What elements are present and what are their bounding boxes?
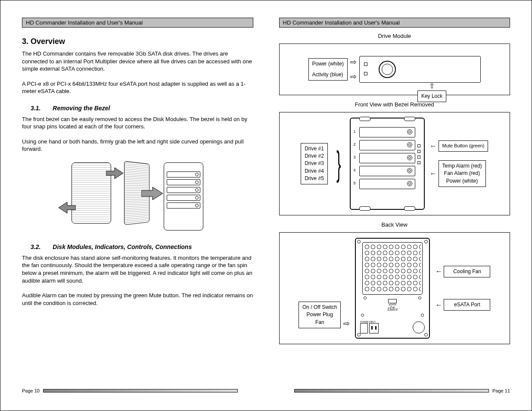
fan-label: Fan	[302, 319, 337, 326]
heading-32: 3.2. Disk Modules, Indicators, Controls,…	[31, 243, 253, 250]
arrow-icon: ←	[435, 301, 442, 309]
svg-marker-0	[59, 202, 76, 213]
page-number-right: Page 11	[492, 388, 510, 393]
alarm-labels: Temp Alarm (red) Fan Alarm (red) Power (…	[439, 160, 486, 187]
device-front-icon	[72, 162, 111, 224]
footer-bar-icon	[43, 389, 238, 392]
two-page-spread: HD Commander Installation and User's Man…	[0, 0, 532, 411]
arrow-icon: ⇨	[350, 57, 357, 67]
bracket-icon: }	[336, 153, 341, 174]
back-view-diagram: On / Off Switch Power Plug Fan ⇨ eSATA P…	[279, 232, 510, 344]
fan-alarm-label: Fan Alarm (red)	[442, 170, 482, 177]
led-stack-icon	[417, 144, 420, 164]
caution-icon	[413, 321, 425, 333]
fan-grille-icon	[362, 242, 423, 295]
front-view-title: Front View with Bezel Removed	[279, 101, 510, 108]
drive-list-label: Drive #1 Drive #2 Drive #3 Drive #4 Driv…	[301, 143, 328, 185]
heading-31: 3.1. Removing the Bezel	[31, 105, 253, 112]
header-bar-right: HD Commander Installation and User's Man…	[279, 18, 510, 28]
drive-module-title: Drive Module	[279, 33, 510, 39]
para-31a: The front bezel can be easily removed to…	[22, 115, 253, 131]
drive-3-label: Drive #3	[305, 160, 324, 167]
drive-slot-icon: ⇧ Key Lock	[359, 56, 481, 83]
keylock-icon	[379, 61, 396, 78]
enclosure-back-icon: eSATA Port Dulce POWER INPUT	[355, 238, 430, 339]
arrow-icon: ⇨	[350, 72, 357, 81]
arrow-left-icon	[59, 201, 76, 214]
back-view-title: Back View	[279, 221, 510, 228]
drive-module-diagram: Power (white) Activity (blue) ⇨ ⇨ ⇧ Key …	[279, 44, 510, 95]
para-32b: Audible Alarm can be muted by pressing t…	[22, 292, 253, 307]
para-32a: The disk enclosure has stand alone self-…	[22, 254, 253, 284]
page-number-left: Page 10	[22, 388, 40, 393]
dm-power-label: Power (white)	[312, 60, 344, 68]
para-overview-2: A PCI-e x8 or PCI-x 64bit/133MHz four eS…	[22, 80, 253, 95]
footer-right: Page 11	[279, 388, 510, 393]
arrow-right-icon	[106, 167, 123, 180]
keylock-label: Key Lock	[417, 90, 446, 102]
cooling-fan-label: Cooling Fan	[444, 266, 490, 277]
back-left-labels: On / Off Switch Power Plug Fan	[299, 302, 341, 328]
arrow-icon: ⇨	[343, 319, 350, 328]
dm-activity-label: Activity (blue)	[312, 71, 344, 78]
logo-text: Dulce	[388, 307, 398, 311]
onoff-label: On / Off Switch	[302, 304, 337, 311]
arrow-icon: ←	[435, 268, 442, 275]
para-overview-1: The HD Commander contains five removable…	[22, 50, 253, 73]
page-right: HD Commander Installation and User's Man…	[266, 13, 523, 398]
arrow-icon: ←	[430, 142, 437, 150]
page-left: HD Commander Installation and User's Man…	[9, 13, 266, 398]
heading-overview: 3. Overview	[22, 37, 253, 46]
up-arrow-icon: ⇧	[429, 83, 435, 90]
footer-bar-icon	[294, 389, 489, 392]
mute-button-label: Mute Button (green)	[439, 140, 488, 152]
drive-5-label: Drive #5	[305, 175, 324, 182]
svg-marker-2	[141, 187, 163, 200]
power-plug-label: Power Plug	[302, 311, 337, 318]
arrow-forward-icon	[141, 186, 163, 201]
device-open-icon	[164, 162, 203, 230]
power-white-label: Power (white)	[442, 177, 482, 185]
front-view-diagram: Drive #1 Drive #2 Drive #3 Drive #4 Driv…	[279, 112, 510, 215]
dm-led-labels: Power (white) Activity (blue)	[308, 58, 348, 81]
enclosure-front-icon: 1 2 3 4 5	[350, 118, 425, 210]
svg-marker-1	[106, 168, 123, 179]
footer-left: Page 10	[22, 388, 253, 393]
esata-port-label: eSATA Port	[444, 299, 490, 311]
drive-1-label: Drive #1	[305, 145, 324, 153]
arrow-icon: ←	[430, 170, 437, 177]
figure-bezel-removal	[22, 162, 253, 230]
para-31b: Using one hand or both hands, firmly gra…	[22, 138, 253, 153]
header-bar-left: HD Commander Installation and User's Man…	[22, 18, 253, 28]
drive-2-label: Drive #2	[305, 153, 324, 160]
drive-4-label: Drive #4	[305, 168, 324, 175]
temp-alarm-label: Temp Alarm (red)	[442, 162, 482, 170]
